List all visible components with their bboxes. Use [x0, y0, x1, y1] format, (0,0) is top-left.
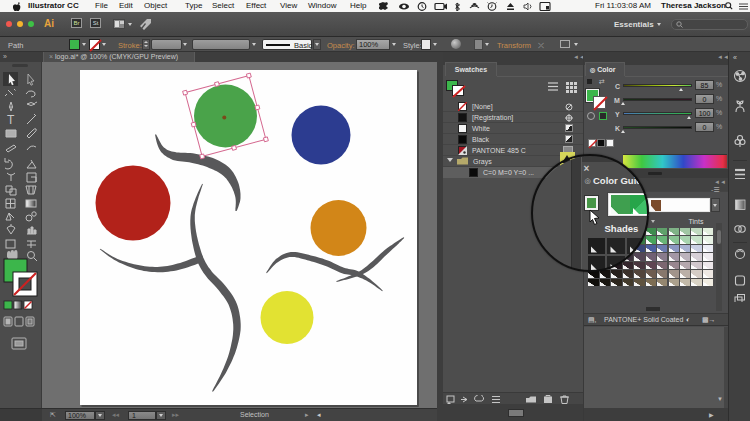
svg-text:T: T	[7, 113, 15, 127]
